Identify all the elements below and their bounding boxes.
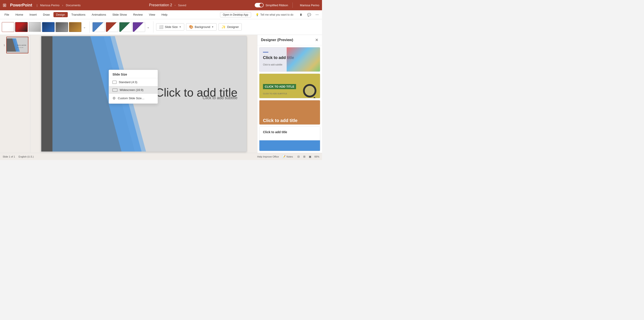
theme-thumb-1[interactable]: [2, 22, 14, 32]
menu-item-transitions[interactable]: Transitions: [69, 12, 88, 17]
variant-thumb-2[interactable]: [106, 22, 118, 32]
menu-item-animations[interactable]: Animations: [89, 12, 109, 17]
breadcrumb-arrow: ›: [62, 3, 63, 7]
status-bar: Slide 1 of 1 English (U.S.) Help Improve…: [0, 153, 322, 160]
theme-gallery-expand[interactable]: ⌄: [82, 25, 87, 29]
user-name[interactable]: Marissa Perino: [300, 3, 319, 7]
variant-thumb-4[interactable]: [132, 22, 145, 32]
design-card-1-img: Click to add title Click to add subtitle: [260, 47, 320, 72]
ribbon-toggle[interactable]: Simplified Ribbon: [255, 3, 288, 7]
variant-gallery-expand[interactable]: ⌄: [146, 25, 150, 29]
design-card-3[interactable]: Click to add title Subtitle goes here: [259, 100, 320, 125]
background-button[interactable]: 🎨 Background ▼: [186, 23, 217, 31]
theme-thumb-2[interactable]: [15, 22, 28, 32]
status-left: Slide 1 of 1 English (U.S.): [3, 155, 34, 158]
slide-size-dropdown: Slide Size Standard (4:3) Widescreen (16…: [109, 70, 158, 104]
menu-item-review[interactable]: Review: [130, 12, 145, 17]
variant-thumb-3[interactable]: [119, 22, 132, 32]
share-icon[interactable]: ⬆: [298, 12, 304, 18]
dc4-title: Click to add title: [263, 130, 287, 134]
theme-thumb-4[interactable]: [42, 22, 54, 32]
menu-item-view[interactable]: View: [146, 12, 158, 17]
language: English (U.S.): [18, 155, 34, 158]
notes-icon: 📝: [282, 155, 286, 158]
slide-size-icon: ⬜: [159, 25, 164, 29]
designer-button[interactable]: ✨ Designer: [218, 23, 242, 31]
designer-panel-title: Designer (Preview): [261, 38, 293, 42]
designer-icon: ✨: [222, 25, 226, 29]
overflow-icon[interactable]: ⋯: [314, 12, 320, 18]
designer-panel-close[interactable]: ✕: [315, 37, 318, 42]
variant-thumb-1[interactable]: [92, 22, 105, 32]
background-caret: ▼: [212, 26, 214, 28]
dropdown-item-standard[interactable]: Standard (4:3): [109, 78, 158, 86]
dropdown-item-custom[interactable]: ⚙ Custom Slide Size…: [109, 94, 158, 103]
designer-panel: Designer (Preview) ✕ Click to add title …: [257, 35, 322, 153]
theme-thumb-6[interactable]: [69, 22, 82, 32]
theme-thumb-5[interactable]: [56, 22, 68, 32]
dc1-photo: [287, 47, 320, 72]
main-area: 1 Click to add title Click to add subtit…: [0, 35, 322, 153]
path-target[interactable]: Documents: [66, 3, 80, 7]
slide-subtitle[interactable]: Click to add subtitle: [202, 96, 238, 100]
comments-icon[interactable]: 💬: [306, 12, 312, 18]
open-desktop-button[interactable]: Open in Desktop App: [220, 12, 251, 17]
notes-button[interactable]: 📝 Notes: [281, 154, 294, 159]
theme-thumb-3[interactable]: [28, 22, 41, 32]
svg-text:Click to add subtitle: Click to add subtitle: [17, 47, 24, 48]
magnify-handle: [314, 97, 318, 98]
background-label: Background: [195, 25, 210, 29]
status-right: Help Improve Office 📝 Notes ⊟ ⊞ ▣ 66%: [257, 154, 319, 159]
dc2-subtitle: CLICK TO ADD SUBTITLE: [263, 92, 287, 95]
user-path[interactable]: Marissa Perino: [40, 3, 60, 7]
slide-canvas[interactable]: Click to add title Click to add subtitle…: [30, 35, 257, 153]
ribbon-toggle-label: Simplified Ribbon: [266, 3, 288, 7]
design-card-1[interactable]: Click to add title Click to add subtitle: [259, 47, 320, 72]
dc2-title: CLICK TO ADD TITLE: [263, 84, 296, 89]
design-card-3-img: Click to add title Subtitle goes here: [260, 100, 320, 125]
menu-item-file[interactable]: File: [2, 12, 12, 17]
menu-item-design[interactable]: Design: [54, 12, 68, 17]
normal-view-icon[interactable]: ⊟: [296, 154, 301, 159]
doc-title: Presentation 2 - Saved: [83, 3, 252, 7]
slide-size-button[interactable]: ⬜ Slide Size ▼: [156, 23, 184, 31]
menu-item-draw[interactable]: Draw: [40, 12, 52, 17]
dc1-accent-line: [263, 52, 268, 52]
breadcrumb-sep: |: [37, 3, 37, 7]
slide-size-label: Slide Size: [165, 25, 178, 29]
custom-gear-icon: ⚙: [112, 96, 116, 100]
view-icons: ⊟ ⊞ ▣: [296, 154, 312, 159]
designer-header: Designer (Preview) ✕: [258, 35, 322, 45]
variant-gallery: ⌄: [92, 22, 150, 32]
reading-view-icon[interactable]: ▣: [308, 154, 312, 159]
separator: [292, 2, 293, 8]
slide-size-caret: ▼: [179, 26, 181, 28]
app-name: PowerPoint: [10, 3, 32, 7]
menu-item-help[interactable]: Help: [159, 12, 170, 17]
design-card-4[interactable]: Click to add title Click to add subtitle: [259, 126, 320, 151]
widescreen-label: Widescreen (16:9): [120, 88, 143, 92]
notes-label: Notes: [286, 155, 293, 158]
designer-label: Designer: [227, 25, 239, 29]
toggle-switch[interactable]: [255, 3, 264, 7]
design-card-2[interactable]: CLICK TO ADD TITLE CLICK TO ADD SUBTITLE: [259, 73, 320, 98]
zoom-level: 66%: [314, 155, 319, 158]
dropdown-item-widescreen[interactable]: Widescreen (16:9): [109, 86, 158, 94]
ribbon-divider-2: [153, 21, 154, 33]
tell-me[interactable]: 💡 Tell me what you want to do: [253, 12, 296, 17]
menu-bar: File Home Insert Draw Design Transitions…: [0, 10, 322, 19]
help-improve[interactable]: Help Improve Office: [257, 155, 279, 158]
slide-sorter-icon[interactable]: ⊞: [302, 154, 307, 159]
ribbon-divider-1: [90, 21, 90, 33]
slide-thumbnail-1[interactable]: Click to add title Click to add subtitle: [6, 37, 28, 53]
menu-item-slideshow[interactable]: Slide Show: [110, 12, 130, 17]
designer-items: Click to add title Click to add subtitle…: [258, 45, 322, 153]
magnify-circle: [303, 84, 316, 97]
menu-item-insert[interactable]: Insert: [27, 12, 40, 17]
dc4-wave-svg: [260, 145, 320, 151]
menu-item-home[interactable]: Home: [13, 12, 26, 17]
dropdown-header: Slide Size: [109, 71, 158, 78]
slide-number-1: 1: [2, 44, 5, 46]
app-grid-icon[interactable]: ⊞: [3, 2, 6, 8]
slide-list-item-1: 1 Click to add title Click to add subtit…: [2, 37, 28, 53]
